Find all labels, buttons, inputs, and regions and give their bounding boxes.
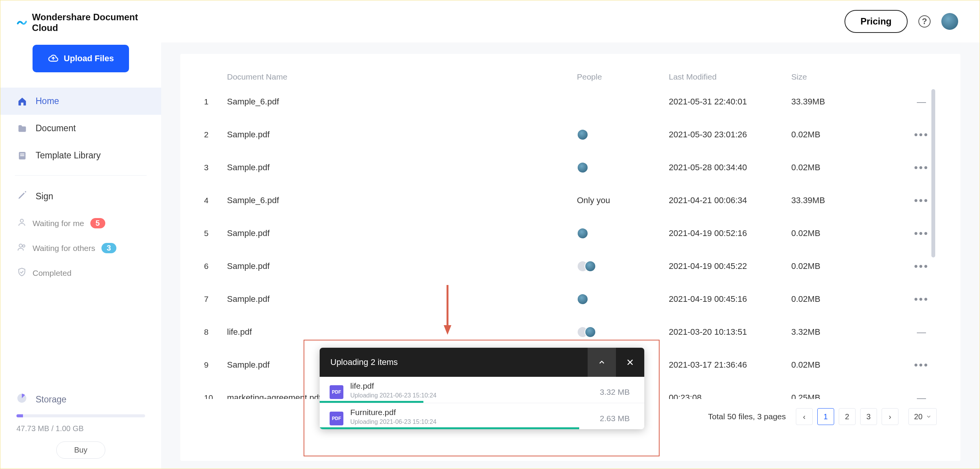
table-row[interactable]: 5Sample.pdf2021-04-19 00:52:160.02MB••• xyxy=(204,217,937,250)
people-avatars xyxy=(577,261,596,272)
user-avatar[interactable] xyxy=(941,13,958,30)
col-document-name: Document Name xyxy=(227,72,577,81)
row-modified: 2021-03-17 21:36:46 xyxy=(669,360,791,370)
nav-label: Document xyxy=(36,123,76,134)
row-more-actions[interactable]: ••• xyxy=(906,359,937,371)
row-size: 0.02MB xyxy=(791,163,906,173)
nav-divider xyxy=(15,175,147,176)
page-next[interactable]: › xyxy=(882,408,898,425)
storage-bar xyxy=(16,414,145,417)
col-size: Size xyxy=(791,72,906,81)
folder-icon xyxy=(17,124,27,134)
row-index: 8 xyxy=(204,327,227,337)
main-nav: Home Document Template Library Sign Wait… xyxy=(0,88,161,288)
pen-icon xyxy=(17,190,27,202)
nav-item-waiting-for-others[interactable]: Waiting for others 3 xyxy=(0,236,161,261)
row-size: 0.25MB xyxy=(791,393,906,399)
pricing-button[interactable]: Pricing xyxy=(844,10,908,33)
people-avatars xyxy=(577,129,588,140)
waiting-others-badge: 3 xyxy=(101,243,116,253)
upload-file-size: 2.63 MB xyxy=(600,414,630,423)
pie-icon xyxy=(16,393,27,406)
table-row[interactable]: 2Sample.pdf2021-05-30 23:01:260.02MB••• xyxy=(204,118,937,151)
pricing-label: Pricing xyxy=(861,16,892,26)
upload-toast: Uploading 2 items PDFlife.pdfUploading 2… xyxy=(320,348,644,429)
nav-item-waiting-for-me[interactable]: Waiting for me 5 xyxy=(0,211,161,236)
mini-avatar xyxy=(585,261,596,272)
people-avatars xyxy=(577,326,596,338)
page-number[interactable]: 1 xyxy=(817,408,834,425)
waiting-me-badge: 5 xyxy=(90,218,105,228)
shield-check-icon xyxy=(17,267,26,278)
row-index: 3 xyxy=(204,163,227,172)
row-size: 0.02MB xyxy=(791,130,906,140)
table-row[interactable]: 8life.pdf2021-03-20 10:13:513.32MB— xyxy=(204,316,937,348)
table-row[interactable]: 4Sample_6.pdfOnly you2021-04-21 00:06:34… xyxy=(204,184,937,217)
row-people xyxy=(577,228,669,239)
mini-avatar xyxy=(577,293,588,305)
upload-label: Upload Files xyxy=(64,54,114,64)
nav-item-document[interactable]: Document xyxy=(0,115,161,142)
brand-row: Wondershare Document Cloud xyxy=(0,12,161,45)
table-row[interactable]: 1Sample_6.pdf2021-05-31 22:40:0133.39MB— xyxy=(204,85,937,118)
sign-section: Sign Waiting for me 5 Waiting for others… xyxy=(0,182,161,288)
pdf-badge-icon: PDF xyxy=(330,385,343,399)
page-number[interactable]: 3 xyxy=(860,408,877,425)
table-row[interactable]: 7Sample.pdf2021-04-19 00:45:160.02MB••• xyxy=(204,283,937,316)
svg-point-3 xyxy=(20,219,23,222)
chevron-down-icon xyxy=(926,414,931,419)
buy-label: Buy xyxy=(74,446,87,454)
scrollbar[interactable] xyxy=(931,89,935,257)
upload-item: PDFlife.pdfUploading 2021-06-23 15:10:24… xyxy=(320,377,644,403)
row-more-actions[interactable]: ••• xyxy=(906,293,937,305)
row-filename: Sample_6.pdf xyxy=(227,97,577,107)
buy-button[interactable]: Buy xyxy=(56,441,105,459)
svg-point-4 xyxy=(19,244,22,247)
row-no-actions: — xyxy=(906,392,937,399)
storage-label: Storage xyxy=(36,394,67,405)
row-modified: 2021-05-30 23:01:26 xyxy=(669,130,791,140)
nav-item-completed[interactable]: Completed xyxy=(0,261,161,285)
upload-toast-minimize[interactable] xyxy=(588,348,616,377)
table-row[interactable]: 6Sample.pdf2021-04-19 00:45:220.02MB••• xyxy=(204,250,937,283)
mini-avatar xyxy=(577,129,588,140)
header: Pricing ? xyxy=(161,0,980,42)
help-icon[interactable]: ? xyxy=(918,15,931,28)
upload-file-name: Furniture.pdf xyxy=(350,408,593,417)
row-size: 0.02MB xyxy=(791,261,906,271)
upload-toast-title: Uploading 2 items xyxy=(330,357,398,367)
row-more-actions[interactable]: ••• xyxy=(906,260,937,272)
page-size-select[interactable]: 20 xyxy=(908,408,937,425)
pdf-badge-icon: PDF xyxy=(330,412,343,425)
upload-files-button[interactable]: Upload Files xyxy=(33,45,129,72)
page-number[interactable]: 2 xyxy=(839,408,856,425)
nav-item-template-library[interactable]: Template Library xyxy=(0,142,161,169)
row-size: 33.39MB xyxy=(791,195,906,205)
nav-item-home[interactable]: Home xyxy=(0,88,161,115)
waiting-others-label: Waiting for others xyxy=(33,244,95,253)
user-icon xyxy=(17,218,26,229)
sign-label: Sign xyxy=(36,191,53,202)
page-prev[interactable]: ‹ xyxy=(796,408,813,425)
row-index: 10 xyxy=(204,393,227,399)
svg-point-5 xyxy=(23,245,25,247)
upload-toast-close[interactable] xyxy=(616,348,644,377)
svg-rect-1 xyxy=(20,153,24,154)
row-people: Only you xyxy=(577,195,669,205)
svg-rect-2 xyxy=(20,155,24,156)
nav-item-sign[interactable]: Sign xyxy=(0,182,161,211)
row-filename: Sample_6.pdf xyxy=(227,195,577,205)
people-avatars xyxy=(577,228,588,239)
row-modified: 2021-04-19 00:45:22 xyxy=(669,261,791,271)
row-filename: Sample.pdf xyxy=(227,163,577,173)
table-row[interactable]: 3Sample.pdf2021-05-28 00:34:400.02MB••• xyxy=(204,151,937,184)
row-size: 0.02MB xyxy=(791,294,906,304)
template-icon xyxy=(17,151,27,161)
row-index: 1 xyxy=(204,97,227,106)
row-size: 0.02MB xyxy=(791,360,906,370)
row-index: 2 xyxy=(204,130,227,139)
completed-label: Completed xyxy=(33,269,72,278)
row-people xyxy=(577,261,669,272)
row-people xyxy=(577,293,669,305)
row-index: 9 xyxy=(204,360,227,370)
